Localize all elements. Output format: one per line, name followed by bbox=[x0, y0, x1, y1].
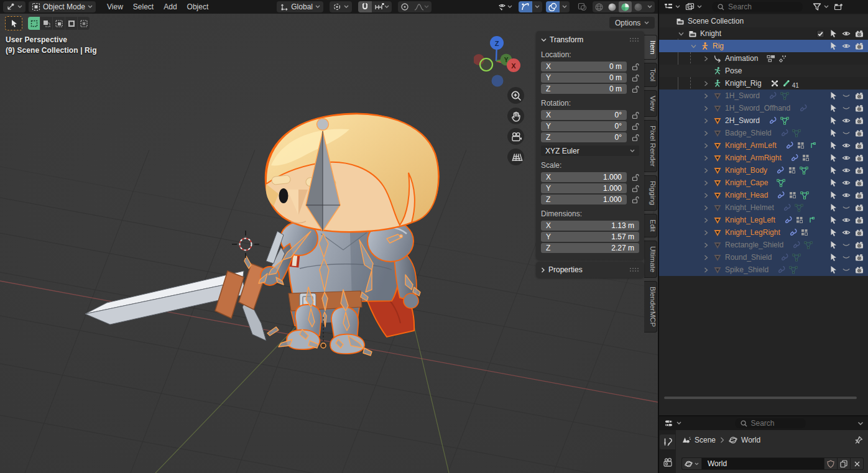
value-field-y[interactable]: Y 0° bbox=[541, 121, 627, 131]
select-pointer-icon[interactable] bbox=[829, 191, 838, 200]
camera-icon[interactable] bbox=[855, 42, 864, 50]
unlocked-lock-icon[interactable] bbox=[632, 185, 639, 193]
breadcrumb-world[interactable]: World bbox=[729, 436, 760, 444]
outliner-item-label[interactable]: Knight_ArmRight bbox=[725, 154, 782, 162]
eye-closed-icon[interactable] bbox=[842, 129, 851, 137]
eye-open-icon[interactable] bbox=[842, 228, 851, 237]
select-pointer-icon[interactable] bbox=[829, 228, 838, 237]
unlink-close-button[interactable] bbox=[851, 457, 864, 470]
properties-subpanel-header[interactable]: Properties bbox=[541, 264, 639, 275]
eye-open-icon[interactable] bbox=[842, 42, 851, 50]
outliner-item-label[interactable]: 2H_Sword bbox=[725, 116, 760, 125]
outliner-row[interactable]: Knight_Helmet bbox=[659, 201, 868, 214]
breadcrumb-scene[interactable]: Scene bbox=[681, 436, 716, 444]
camera-icon[interactable] bbox=[855, 166, 864, 175]
shading-solid-button[interactable] bbox=[606, 1, 619, 12]
value-field-z[interactable]: Z 0 m bbox=[541, 84, 627, 94]
value-field-x[interactable]: X 0 m bbox=[541, 62, 627, 71]
expander-closed-icon[interactable] bbox=[701, 91, 710, 100]
properties-search[interactable]: Search bbox=[735, 418, 806, 428]
eye-open-icon[interactable] bbox=[842, 178, 851, 187]
camera-icon[interactable] bbox=[855, 116, 864, 125]
outliner-item-label[interactable]: Spike_Shield bbox=[725, 265, 769, 274]
expander-closed-icon[interactable] bbox=[701, 116, 710, 125]
camera-icon[interactable] bbox=[855, 228, 864, 237]
outliner-row[interactable]: Spike_Shield bbox=[659, 264, 868, 276]
unlocked-lock-icon[interactable] bbox=[632, 196, 639, 204]
snap-toggle[interactable] bbox=[358, 1, 372, 12]
expander-closed-icon[interactable] bbox=[701, 265, 710, 274]
shading-settings[interactable] bbox=[645, 1, 655, 12]
outliner-row[interactable]: Pose bbox=[659, 65, 868, 77]
options-button[interactable]: Options bbox=[609, 17, 655, 29]
eye-closed-icon[interactable] bbox=[842, 91, 851, 100]
n-panel-tab-edit[interactable]: Edit bbox=[644, 214, 657, 237]
outliner-display-mode-selector[interactable] bbox=[684, 1, 703, 12]
select-pointer-icon[interactable] bbox=[829, 29, 838, 38]
camera-icon[interactable] bbox=[855, 154, 864, 162]
expander-closed-icon[interactable] bbox=[701, 79, 710, 88]
eye-closed-icon[interactable] bbox=[842, 203, 851, 212]
expander-closed-icon[interactable] bbox=[701, 54, 710, 63]
fake-user-shield-button[interactable] bbox=[824, 457, 838, 470]
expander-open-icon[interactable] bbox=[676, 29, 685, 38]
n-panel-tab-view[interactable]: View bbox=[644, 90, 657, 117]
show-overlays-toggle[interactable] bbox=[546, 1, 560, 12]
snap-settings[interactable] bbox=[372, 1, 392, 12]
rotation-mode-dropdown[interactable]: XYZ Euler bbox=[541, 145, 639, 156]
camera-view-button[interactable] bbox=[507, 128, 524, 145]
camera-icon[interactable] bbox=[855, 29, 864, 38]
value-field-z[interactable]: Z 0° bbox=[541, 132, 627, 142]
overlays-settings[interactable] bbox=[560, 1, 570, 12]
select-pointer-icon[interactable] bbox=[829, 241, 838, 249]
outliner-row[interactable]: Knight_LegLeft bbox=[659, 214, 868, 226]
camera-icon[interactable] bbox=[855, 203, 864, 212]
outliner-scrollbar[interactable] bbox=[664, 397, 857, 399]
proportional-falloff-selector[interactable] bbox=[412, 1, 432, 12]
shading-wireframe-button[interactable] bbox=[593, 1, 606, 12]
camera-icon[interactable] bbox=[855, 129, 864, 137]
select-mode-extend-button[interactable] bbox=[40, 17, 52, 30]
outliner-row[interactable]: Knight_ArmLeft bbox=[659, 139, 868, 152]
expander-closed-icon[interactable] bbox=[701, 154, 710, 162]
tool-properties-tab[interactable] bbox=[660, 434, 675, 449]
outliner-row[interactable]: Round_Shield bbox=[659, 251, 868, 264]
mode-selector[interactable]: Object Mode bbox=[29, 1, 96, 12]
eye-closed-icon[interactable] bbox=[842, 265, 851, 274]
select-pointer-icon[interactable] bbox=[829, 253, 838, 262]
unlocked-lock-icon[interactable] bbox=[632, 74, 639, 82]
select-mode-intersect-button[interactable] bbox=[78, 17, 90, 30]
outliner-item-label[interactable]: Knight_LegLeft bbox=[725, 216, 775, 224]
outliner-row[interactable]: Scene Collection bbox=[659, 15, 868, 27]
value-field-y[interactable]: Y 1.57 m bbox=[541, 232, 639, 242]
select-mode-subtract-button[interactable] bbox=[53, 17, 65, 30]
proportional-editing-toggle[interactable] bbox=[398, 1, 412, 12]
value-field-x[interactable]: X 0° bbox=[541, 110, 627, 120]
outliner-item-label[interactable]: Badge_Shield bbox=[725, 129, 772, 137]
select-pointer-icon[interactable] bbox=[829, 42, 838, 50]
render-properties-tab[interactable] bbox=[660, 455, 675, 470]
camera-icon[interactable] bbox=[855, 241, 864, 249]
camera-icon[interactable] bbox=[855, 253, 864, 262]
outliner-row[interactable]: 1H_Sword_Offhand bbox=[659, 102, 868, 114]
outliner-item-label[interactable]: Knight_ArmLeft bbox=[725, 141, 777, 150]
world-name-field[interactable]: World bbox=[701, 457, 824, 470]
expander-closed-icon[interactable] bbox=[701, 228, 710, 237]
properties-editor-type-selector[interactable] bbox=[663, 418, 683, 429]
camera-icon[interactable] bbox=[855, 216, 864, 224]
eye-closed-icon[interactable] bbox=[842, 253, 851, 262]
unlocked-lock-icon[interactable] bbox=[632, 122, 639, 131]
value-field-x[interactable]: X 1.13 m bbox=[541, 221, 639, 231]
outliner-item-label[interactable]: 1H_Sword bbox=[725, 91, 760, 100]
n-panel-tab-tool[interactable]: Tool bbox=[644, 63, 657, 87]
n-panel-tab-rigging[interactable]: Rigging bbox=[644, 175, 657, 211]
eye-open-icon[interactable] bbox=[842, 141, 851, 150]
outliner-item-label[interactable]: 1H_Sword_Offhand bbox=[725, 104, 790, 113]
camera-icon[interactable] bbox=[855, 91, 864, 100]
select-pointer-icon[interactable] bbox=[829, 91, 838, 100]
eye-open-icon[interactable] bbox=[842, 166, 851, 175]
active-tool-tweak-button[interactable] bbox=[5, 16, 22, 30]
value-field-z[interactable]: Z 1.000 bbox=[541, 195, 627, 204]
eye-open-icon[interactable] bbox=[842, 29, 851, 38]
outliner-item-label[interactable]: Knight_Rig bbox=[725, 79, 762, 88]
